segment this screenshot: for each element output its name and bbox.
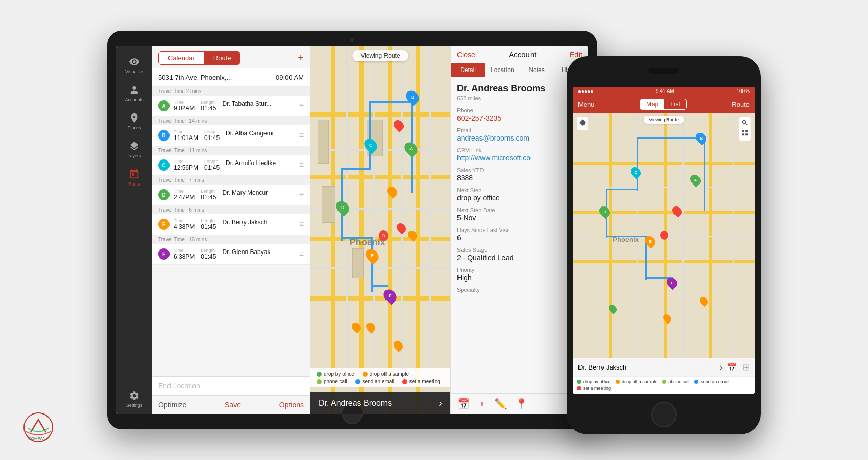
stop-time-f: Time 6:38PM [174,248,195,260]
options-button[interactable]: Options [279,401,304,409]
travel-time-2: Travel Time 11 mins [152,146,310,155]
phone-signal: ●●●●● [578,88,593,94]
stop-times-c: Time 12:56PM Length 01:45 Dr. Arnulfo Li… [174,159,295,171]
calendar-footer-icon[interactable]: 📅 [457,398,470,410]
edit-footer-icon[interactable]: ✏️ [494,398,507,410]
phone-menu-button[interactable]: Menu [578,101,595,108]
phone-map-area: B C A D E F Phoenix Viewing Route [573,113,755,358]
account-title: Account [509,50,536,59]
stop-badge-c: C [158,159,170,171]
sidebar-item-settings[interactable]: Settings [116,386,152,414]
phone-legend-dot-0 [577,380,581,384]
phone-bottom-name: Dr. Berry Jaksch [578,363,720,371]
end-location-row[interactable]: End Location [152,377,310,396]
days-since-label: Days Since Last Visit [457,227,582,233]
email-value[interactable]: andreas@brooms.com [457,134,582,142]
location-footer-icon[interactable]: 📍 [515,398,528,410]
stop-drag-c[interactable]: ≡ [299,160,304,170]
sidebar-label-settings: Settings [126,403,143,408]
phone-value[interactable]: 602-257-3235 [457,114,582,122]
add-stop-button[interactable]: + [298,52,304,64]
phone-legend-dot-4 [577,386,581,390]
travel-label-0: Travel Time [158,88,185,94]
stop-drag-e[interactable]: ≡ [299,220,304,229]
tab-route[interactable]: Route [204,52,240,64]
phone-pin-a: A [688,173,703,187]
phone-bottom-icons: 📅 ⊞ [727,362,750,372]
phone-legend-0: drop by office [577,379,611,384]
tab-location[interactable]: Location [485,63,519,77]
sidebar-item-route[interactable]: Route [116,165,152,191]
phone-pin-ex1 [698,295,710,307]
phone-tab-list[interactable]: List [664,99,686,109]
stop-d[interactable]: D Time 2:47PM Length 01:45 Dr. Mary Mo [152,185,310,205]
phone-tab-map[interactable]: Map [640,99,664,109]
route-panel: Calendar Route + 5031 7th Ave, Phoenix,.… [152,46,310,414]
stop-a[interactable]: A Time 9:02AM Length 01:45 Dr. Tabatha [152,96,310,117]
specialty-label: Specialty [457,287,582,293]
add-footer-icon[interactable]: ＋ [478,399,486,409]
stop-b[interactable]: B Time 11:01AM Length 01:45 Dr. Alba C [152,125,310,146]
route-footer: End Location Optimize Save Options [152,376,310,414]
stop-badge-f: F [158,248,170,260]
stop-time-b: Time 11:01AM [174,129,198,142]
start-location-row: 5031 7th Ave, Phoenix,... 09:00 AM [152,68,310,87]
phone-location-btn[interactable] [577,117,588,130]
legend-label-2: phone call [324,379,347,384]
sidebar-item-places[interactable]: Places [116,108,152,134]
phone-pin-o [660,231,668,240]
start-address: 5031 7th Ave, Phoenix,... [158,74,232,81]
sidebar-label-route: Route [128,181,140,187]
stop-e[interactable]: E Time 4:38PM Length 01:45 Dr. Berry J [152,214,310,235]
stop-length-b: Length 01:45 [204,129,220,142]
phone-home-button[interactable] [651,402,677,427]
sidebar-label-layers: Layers [127,153,141,158]
save-button[interactable]: Save [225,401,241,409]
stop-f[interactable]: F Time 6:38PM Length 01:45 Dr. Glenn B [152,244,310,265]
stop-drag-b[interactable]: ≡ [299,131,304,140]
account-header: Close Account Edit [451,46,588,63]
legend-item-3: send an email [355,379,394,384]
sidebar-item-layers[interactable]: Layers [116,136,152,163]
map-bottom-arrow[interactable]: › [439,397,442,409]
phone-calendar-icon[interactable]: 📅 [727,362,737,372]
phone-bottom-arrow[interactable]: › [720,363,722,372]
map-bottom-bar[interactable]: Dr. Andreas Brooms › [310,392,450,414]
end-location-input[interactable]: End Location [158,382,304,390]
legend-dot-1 [363,372,368,377]
phone-grid-btn[interactable] [739,127,751,141]
travel-time-1: Travel Time 14 mins [152,117,310,125]
stop-drag-f[interactable]: ≡ [299,249,304,259]
close-button[interactable]: Close [457,51,475,59]
legend-dot-3 [355,379,360,384]
stop-drag-d[interactable]: ≡ [299,190,304,199]
tab-detail[interactable]: Detail [451,63,485,77]
legend-label-3: send an email [363,379,394,384]
phone-route-button[interactable]: Route [732,101,750,108]
optimize-button[interactable]: Optimize [158,401,186,409]
phone-grid-icon[interactable]: ⊞ [743,362,750,372]
phone-nav-tabs: Map List [640,99,687,110]
stop-c[interactable]: C Time 12:56PM Length 01:45 Dr. Arnulf [152,155,310,176]
sales-ytd-label: Sales YTD [457,167,582,173]
sales-ytd-value: 8388 [457,174,582,182]
travel-time-3: Travel Time 7 mins [152,176,310,185]
priority-value: High [457,273,582,282]
tab-notes[interactable]: Notes [520,63,554,77]
stop-time-a: Time 9:02AM [174,100,195,112]
stop-drag-a[interactable]: ≡ [299,101,304,110]
stop-info-a: Time 9:02AM Length 01:45 Dr. Tabatha Stu… [174,100,295,112]
tab-calendar[interactable]: Calendar [159,52,204,64]
start-time: 09:00 AM [276,74,304,81]
route-list: Travel Time 2 mins A Time 9:02AM Length [152,87,310,376]
calendar-icon [129,169,140,180]
stop-info-d: Time 2:47PM Length 01:45 Dr. Mary Moncur [174,189,295,201]
tablet-device: Visualize Accounts Places Layers Route [107,31,597,429]
crm-value[interactable]: http://www.microsoft.co [457,154,582,162]
footer-actions: Optimize Save Options [152,396,310,414]
sidebar-item-visualize[interactable]: Visualize [116,52,152,78]
sidebar-item-accounts[interactable]: Accounts [116,80,152,106]
phone-nav-bar: Menu Map List Route [573,96,755,113]
phone-bottom-info[interactable]: Dr. Berry Jaksch › 📅 ⊞ [573,358,755,376]
account-miles: 652 miles [457,95,582,101]
